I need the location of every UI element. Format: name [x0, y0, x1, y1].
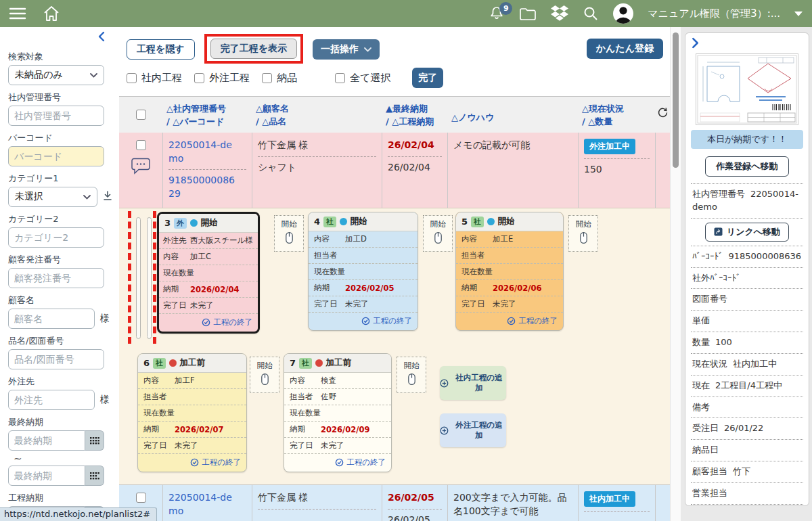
outsourced-process-checkbox[interactable] [194, 73, 204, 83]
customer-name-input[interactable] [8, 309, 95, 329]
refresh-icon[interactable] [657, 107, 669, 122]
process-type-badge: 社 [471, 217, 484, 227]
row-checkbox[interactable] [136, 140, 146, 150]
barcode-link[interactable]: 9185000008629 [168, 174, 238, 200]
due-date-value: 2026/02/09 [321, 425, 369, 434]
final-due-to-input[interactable] [8, 466, 85, 486]
field-value: 検査 [321, 376, 336, 386]
field-label: 内容 [314, 234, 345, 244]
barcode-label: バーコード [8, 132, 112, 144]
detail-row: 社内管理番号22050014-demo [691, 184, 803, 219]
account-menu-caret-icon[interactable] [794, 12, 803, 16]
add-internal-process-button[interactable]: 社内工程の追加 [440, 366, 506, 400]
collapsed-process-pill[interactable] [136, 217, 141, 339]
user-avatar[interactable] [613, 3, 633, 24]
search-icon[interactable] [583, 5, 599, 22]
end-process-link[interactable]: 工程の終了 [138, 454, 246, 472]
sort-knowhow-link[interactable]: △ノウハウ [451, 112, 494, 124]
sort-final-due-link[interactable]: ▲最終納期 [386, 103, 443, 116]
comment-bubble-icon[interactable] [131, 157, 151, 179]
drawing-thumbnail[interactable] [696, 53, 798, 125]
search-target-select[interactable]: 未納品のみ [8, 65, 104, 85]
folder-icon[interactable] [519, 6, 537, 21]
field-label: 内容 [163, 252, 190, 262]
row-checkbox[interactable] [136, 493, 146, 503]
user-account-label[interactable]: マニュアル権限（管理3）:... [648, 7, 780, 20]
red-dashed-annotation [128, 211, 156, 344]
drag-handle-start[interactable]: 開始 [423, 215, 453, 252]
drag-handle-start[interactable]: 開始 [274, 215, 304, 252]
complete-button[interactable]: 完了 [412, 68, 443, 88]
collapsed-process-pill[interactable] [147, 217, 152, 339]
select-all-checkbox[interactable] [335, 73, 345, 83]
drag-handle-start[interactable]: 開始 [250, 357, 279, 393]
jump-to-bottom-icon[interactable] [103, 191, 112, 204]
sort-product-link[interactable]: / △品名 [256, 116, 378, 129]
internal-no-input[interactable] [8, 106, 104, 126]
collapse-left-panel-icon[interactable] [8, 31, 112, 45]
due-date-value: 2026/02/05 [345, 284, 394, 293]
status-dot [340, 218, 347, 225]
table-row: 22050014-demo 竹下金属 様 26/02/05 26/02/05 2… [119, 484, 670, 521]
drag-handle-start[interactable]: 開始 [397, 357, 426, 393]
go-to-link-button[interactable]: リンクへ移動 [705, 223, 789, 242]
easy-register-button[interactable]: かんたん登録 [587, 39, 663, 59]
final-due-from-input[interactable] [8, 430, 85, 451]
internal-no-label: 社内管理番号 [8, 91, 112, 104]
process-type-badge: 社 [153, 358, 166, 369]
hide-process-button[interactable]: 工程を隠す [127, 39, 195, 60]
vertical-scrollbar-thumb[interactable] [673, 32, 679, 168]
detail-row: ﾊﾞｰｺｰﾄﾞ9185000008636 [691, 246, 803, 268]
sort-status-link[interactable]: △現在状況 [582, 103, 651, 116]
field-label: 完了日 [314, 299, 345, 309]
delivery-checkbox[interactable] [262, 73, 272, 83]
sort-quantity-link[interactable]: / △数量 [582, 116, 651, 129]
end-process-link[interactable]: 工程の終了 [456, 313, 563, 330]
header-select-all-checkbox[interactable] [136, 110, 146, 120]
home-icon[interactable] [43, 5, 60, 22]
process-card-6[interactable]: 6 社 加工前 内容加工F 担当者 現在数量 納期2026/02/07 完了日未… [137, 353, 247, 472]
end-process-link[interactable]: 工程の終了 [309, 313, 418, 330]
internal-no-link[interactable]: 22050014-demo [168, 139, 238, 165]
customer-order-no-input[interactable] [8, 268, 104, 288]
category1-select[interactable]: 未選択 [8, 187, 97, 207]
category2-label: カテゴリー2 [8, 213, 112, 225]
hamburger-menu-icon[interactable] [9, 7, 26, 20]
process-card-5[interactable]: 5 社 開始 内容加工E 担当者 現在数量 納期2026/02/06 完了日未完… [455, 212, 564, 331]
bulk-action-button[interactable]: 一括操作 [313, 39, 380, 60]
outsourcer-input[interactable] [8, 390, 95, 410]
sort-internal-no-link[interactable]: △社内管理番号 [166, 103, 248, 116]
process-status: 開始 [351, 216, 367, 227]
dropbox-icon[interactable] [551, 5, 568, 22]
product-no-input[interactable] [8, 349, 104, 369]
drag-handle-start[interactable]: 開始 [568, 215, 598, 252]
field-label: 現在数量 [163, 268, 194, 278]
red-highlight-annotation: 完了工程を表示 [204, 34, 303, 64]
process-card-3[interactable]: 3 外 開始 外注先西大阪スチール様 内容加工C 現在数量 納期2026/02/… [157, 212, 260, 334]
end-process-link[interactable]: 工程の終了 [284, 454, 391, 472]
calendar-picker-button[interactable] [85, 430, 104, 451]
add-outsourced-process-button[interactable]: 外注工程の追加 [440, 413, 506, 447]
customer-order-no-label: 顧客発注番号 [8, 254, 112, 266]
collapse-right-panel-icon[interactable] [691, 37, 803, 52]
show-completed-button[interactable]: 完了工程を表示 [210, 39, 297, 59]
sort-customer-link[interactable]: △顧客名 [256, 103, 378, 116]
process-status: 開始 [201, 217, 218, 229]
internal-no-link[interactable]: 22050014-demo [168, 491, 238, 518]
check-circle-icon [361, 317, 370, 325]
vertical-scrollbar-track[interactable] [670, 27, 681, 521]
process-card-7[interactable]: 7 社 加工前 内容検査 担当者佐野 現在数量 納期2026/02/09 完了日… [284, 353, 392, 472]
sort-barcode-link[interactable]: / △バーコード [166, 116, 248, 129]
field-label: 完了日 [163, 300, 190, 311]
barcode-input[interactable] [8, 146, 104, 166]
detail-row: 数量100 [691, 332, 803, 354]
category2-input[interactable] [8, 227, 104, 248]
end-process-link[interactable]: 工程の終了 [159, 314, 258, 332]
internal-process-checkbox[interactable] [127, 73, 137, 83]
work-register-button[interactable]: 作業登録へ移動 [705, 156, 788, 177]
calendar-picker-button[interactable] [85, 466, 104, 486]
field-label: 現在数量 [314, 267, 345, 277]
process-card-4[interactable]: 4 社 開始 内容加工D 担当者 現在数量 納期2026/02/05 完了日未完… [308, 212, 418, 331]
sort-process-due-link[interactable]: / △工程納期 [386, 116, 443, 129]
notifications-bell-icon[interactable]: 9 [489, 5, 505, 22]
